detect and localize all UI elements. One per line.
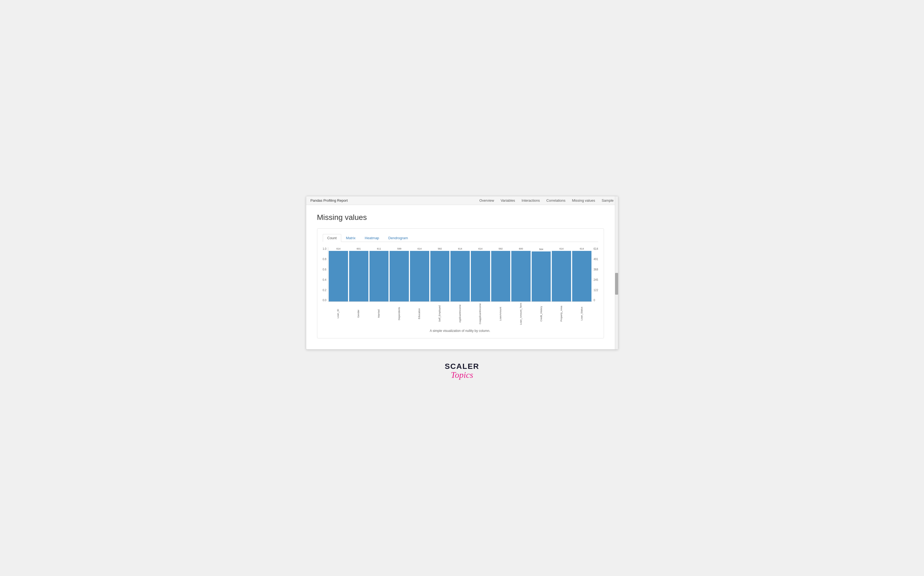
x-label: CoapplicantIncome [471, 303, 490, 325]
bar-top-label: 611 [377, 247, 381, 250]
y-tick-r1: 614 [594, 247, 598, 250]
bar [532, 251, 551, 301]
bar-group: 614 [410, 247, 429, 301]
bar-group: 611 [370, 247, 389, 301]
bar [370, 251, 389, 301]
bar [572, 251, 592, 301]
x-label: ApplicantIncome [450, 303, 470, 325]
tab-heatmap[interactable]: Heatmap [360, 234, 384, 242]
y-axis-left: 1.0 0.8 0.6 0.4 0.2 0.0 [323, 247, 328, 302]
y-tick-r3: 368 [594, 268, 598, 271]
y-tick-4: 0.4 [323, 278, 327, 282]
bar-group: 582 [430, 247, 450, 301]
branding: SCALER Topics [445, 363, 479, 380]
missing-values-card: Count Matrix Heatmap Dendrogram 1.0 0.8 … [317, 228, 604, 338]
bar [511, 251, 531, 301]
y-tick-1: 1.0 [323, 247, 327, 250]
bar [450, 251, 470, 301]
y-tick-6: 0.0 [323, 299, 327, 302]
browser-nav: Pandas Profiling Report Overview Variabl… [306, 196, 618, 205]
bar [471, 251, 490, 301]
bar-top-label: 601 [357, 247, 361, 250]
bar-top-label: 614 [479, 247, 482, 250]
x-label: Loan_Status [572, 303, 592, 325]
bar-top-label: 564 [539, 248, 543, 251]
y-tick-5: 0.2 [323, 289, 327, 292]
bar-top-label: 614 [418, 247, 422, 250]
x-label: Loan_ID [329, 303, 348, 325]
bar-top-label: 614 [559, 247, 563, 250]
x-label: Education [410, 303, 429, 325]
bar-top-label: 614 [336, 247, 340, 250]
page-title: Missing values [317, 213, 604, 222]
browser-window: Pandas Profiling Report Overview Variabl… [306, 196, 618, 350]
y-tick-2: 0.8 [323, 258, 327, 261]
bar [349, 251, 369, 301]
nav-interactions[interactable]: Interactions [522, 198, 540, 203]
nav-overview[interactable]: Overview [479, 198, 494, 203]
tab-count[interactable]: Count [323, 234, 342, 242]
y-tick-r2: 491 [594, 258, 598, 261]
tab-dendrogram[interactable]: Dendrogram [384, 234, 412, 242]
nav-variables[interactable]: Variables [501, 198, 515, 203]
x-label: Credit_History [532, 303, 551, 325]
bar [329, 251, 348, 301]
bar-top-label: 600 [519, 247, 523, 250]
nav-correlations[interactable]: Correlations [546, 198, 565, 203]
brand-label: Pandas Profiling Report [311, 198, 348, 203]
x-label: Dependents [389, 303, 409, 325]
bar [552, 251, 571, 301]
y-tick-r5: 122 [594, 289, 598, 292]
bar-group: 614 [552, 247, 571, 301]
bar-group: 614 [329, 247, 348, 301]
nav-missing-values[interactable]: Missing values [572, 198, 595, 203]
chart-wrapper: 1.0 0.8 0.6 0.4 0.2 0.0 6146016115996145… [323, 247, 598, 333]
bar-group: 592 [491, 247, 511, 301]
tab-matrix[interactable]: Matrix [341, 234, 360, 242]
chart-inner: 614601611599614582614614592600564614614 … [328, 247, 592, 333]
bar-group: 614 [471, 247, 490, 301]
bar-top-label: 582 [438, 247, 442, 250]
bar-group: 601 [349, 247, 369, 301]
bar-top-label: 592 [498, 247, 503, 250]
bar-top-label: 599 [397, 247, 401, 250]
x-label: Self_Employed [430, 303, 449, 325]
y-tick-r6: 0 [594, 299, 595, 302]
brand-scaler: SCALER [445, 363, 479, 370]
x-label: Property_Area [552, 303, 571, 325]
nav-sample[interactable]: Sample [602, 198, 613, 203]
bar [410, 251, 429, 301]
main-content: Missing values Count Matrix Heatmap Dend… [306, 205, 615, 349]
chart-caption: A simple visualization of nullity by col… [328, 329, 592, 333]
x-label: LoanAmount [491, 303, 510, 325]
bars-area: 614601611599614582614614592600564614614 [328, 247, 592, 302]
bar-group: 614 [450, 247, 470, 301]
bar-group: 599 [389, 247, 409, 301]
bar-group: 614 [572, 247, 592, 301]
y-axis-right: 614 491 368 245 122 0 [592, 247, 598, 302]
brand-topics: Topics [451, 370, 473, 380]
bar [491, 251, 511, 301]
y-tick-r4: 245 [594, 278, 598, 282]
x-label: Gender [349, 303, 368, 325]
bar-top-label: 614 [580, 247, 584, 250]
nav-links: Overview Variables Interactions Correlat… [479, 198, 613, 203]
bar-top-label: 614 [458, 247, 462, 250]
bar-group: 600 [511, 247, 531, 301]
bar [389, 251, 409, 301]
y-tick-3: 0.6 [323, 268, 327, 271]
bar-group: 564 [532, 247, 551, 301]
scrollbar-track[interactable] [615, 196, 618, 349]
x-labels: Loan_IDGenderMarriedDependentsEducationS… [328, 303, 592, 325]
bar [430, 251, 450, 301]
scrollbar-thumb[interactable] [615, 273, 618, 294]
x-label: Loan_Amount_Term [511, 303, 531, 325]
x-label: Married [369, 303, 388, 325]
tab-bar: Count Matrix Heatmap Dendrogram [323, 234, 598, 242]
